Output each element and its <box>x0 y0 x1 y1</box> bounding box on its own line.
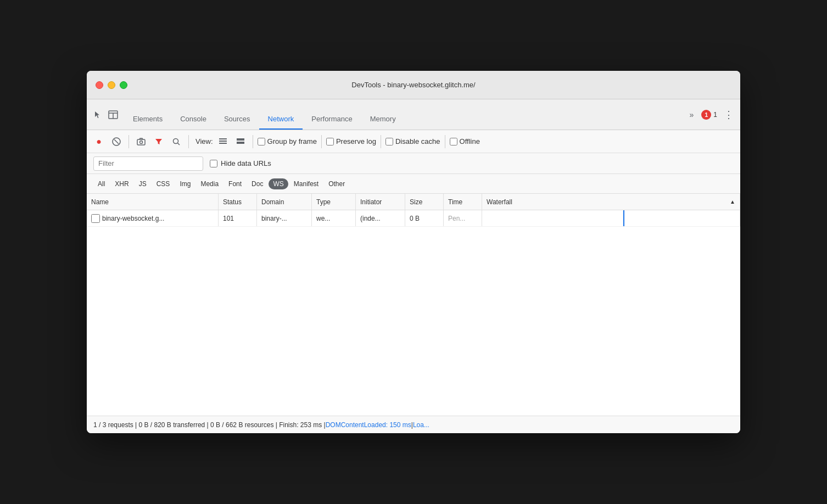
offline-checkbox[interactable] <box>450 138 457 145</box>
row-waterfall-cell <box>482 210 740 226</box>
large-view-button[interactable] <box>233 134 248 149</box>
traffic-lights <box>87 81 127 89</box>
error-count-label: 1 <box>713 111 717 119</box>
col-header-waterfall[interactable]: Waterfall ▲ <box>482 194 740 210</box>
col-header-name[interactable]: Name <box>87 194 219 210</box>
group-by-frame-label: Group by frame <box>258 137 317 145</box>
svg-point-7 <box>174 138 178 143</box>
row-time-cell: Pen... <box>444 210 482 226</box>
row-size-cell: 0 B <box>405 210 444 226</box>
status-text: 1 / 3 requests | 0 B / 820 B transferred… <box>93 421 326 429</box>
row-checkbox[interactable] <box>91 214 100 223</box>
filter-bar: Hide data URLs <box>87 153 740 174</box>
filter-input-wrap <box>93 156 203 171</box>
filter-button[interactable] <box>151 134 166 149</box>
disable-cache-checkbox[interactable] <box>385 138 393 145</box>
error-badge: 1 1 <box>701 110 717 120</box>
filter-css[interactable]: CSS <box>152 178 175 189</box>
waterfall-sort-icon: ▲ <box>730 199 735 205</box>
svg-rect-12 <box>237 138 244 141</box>
filter-ws[interactable]: WS <box>269 178 288 189</box>
col-header-domain[interactable]: Domain <box>257 194 312 210</box>
filter-manifest[interactable]: Manifest <box>289 178 323 189</box>
group-by-frame-checkbox[interactable] <box>258 138 265 145</box>
preserve-log-checkbox[interactable] <box>326 138 334 145</box>
row-status-cell: 101 <box>219 210 257 226</box>
type-filter-bar: All XHR JS CSS Img Media Font Doc WS Man… <box>87 174 740 194</box>
hide-data-urls-checkbox[interactable] <box>210 160 217 167</box>
status-bar: 1 / 3 requests | 0 B / 820 B transferred… <box>87 416 740 433</box>
row-type-cell: we... <box>312 210 356 226</box>
tab-network[interactable]: Network <box>259 109 303 130</box>
tab-performance[interactable]: Performance <box>303 109 361 130</box>
close-button[interactable] <box>96 81 103 89</box>
svg-rect-10 <box>219 141 227 142</box>
devtools-window: DevTools - binary-websocket.glitch.me/ E… <box>87 71 740 433</box>
hide-data-urls-wrap: Hide data URLs <box>210 159 271 167</box>
search-button[interactable] <box>169 134 184 149</box>
filter-other[interactable]: Other <box>324 178 349 189</box>
toolbar-divider-2 <box>188 135 189 148</box>
list-view-button[interactable] <box>215 134 231 149</box>
disable-cache-label: Disable cache <box>385 137 440 145</box>
camera-button[interactable] <box>133 134 149 149</box>
col-header-status[interactable]: Status <box>219 194 257 210</box>
table-row[interactable]: binary-websocket.g... 101 binary-... we.… <box>87 210 740 227</box>
filter-doc[interactable]: Doc <box>247 178 267 189</box>
tab-console[interactable]: Console <box>171 109 215 130</box>
more-tabs-button[interactable]: » <box>686 108 697 121</box>
toolbar-divider-1 <box>128 135 129 148</box>
filter-input[interactable] <box>93 156 203 171</box>
preserve-log-label: Preserve log <box>326 137 376 145</box>
svg-line-4 <box>114 139 119 144</box>
col-header-initiator[interactable]: Initiator <box>356 194 405 210</box>
view-label: View: <box>195 137 213 145</box>
tab-bar-right: » 1 1 ⋮ <box>682 99 740 130</box>
window-title: DevTools - binary-websocket.glitch.me/ <box>351 81 475 89</box>
filter-img[interactable]: Img <box>175 178 195 189</box>
svg-point-6 <box>140 141 143 143</box>
offline-label: Offline <box>450 137 480 145</box>
waterfall-line <box>623 210 624 226</box>
toolbar-divider-6 <box>445 135 445 148</box>
row-name-text: binary-websocket.g... <box>102 215 164 222</box>
col-header-size[interactable]: Size <box>405 194 444 210</box>
error-count: 1 <box>701 110 711 120</box>
row-name-cell: binary-websocket.g... <box>87 210 219 226</box>
clear-button[interactable] <box>109 134 124 149</box>
row-initiator-cell: (inde... <box>356 210 405 226</box>
filter-xhr[interactable]: XHR <box>110 178 133 189</box>
filter-js[interactable]: JS <box>135 178 151 189</box>
svg-line-8 <box>178 143 180 145</box>
minimize-button[interactable] <box>108 81 115 89</box>
maximize-button[interactable] <box>120 81 127 89</box>
cursor-icon[interactable] <box>91 108 104 121</box>
network-table: Name Status Domain Type Initiator Size T… <box>87 194 740 416</box>
tab-bar-left <box>87 99 124 130</box>
kebab-menu-button[interactable]: ⋮ <box>722 107 736 123</box>
waterfall-area <box>487 210 735 226</box>
tab-nav: Elements Console Sources Network Perform… <box>124 99 682 130</box>
table-header: Name Status Domain Type Initiator Size T… <box>87 194 740 210</box>
col-header-time[interactable]: Time <box>444 194 482 210</box>
toolbar-divider-3 <box>253 135 253 148</box>
col-header-type[interactable]: Type <box>312 194 356 210</box>
svg-rect-9 <box>219 138 227 139</box>
toolbar-divider-4 <box>321 135 322 148</box>
toolbar-divider-5 <box>381 135 381 148</box>
filter-all[interactable]: All <box>93 178 109 189</box>
row-domain-cell: binary-... <box>257 210 312 226</box>
svg-rect-11 <box>219 143 227 144</box>
tab-bar: Elements Console Sources Network Perform… <box>87 99 740 130</box>
tab-sources[interactable]: Sources <box>215 109 259 130</box>
filter-font[interactable]: Font <box>224 178 246 189</box>
domcontentloaded-link[interactable]: DOMContentLoaded: 150 ms <box>326 421 411 429</box>
load-link[interactable]: Loa... <box>413 421 429 429</box>
dock-icon[interactable] <box>107 108 120 121</box>
tab-memory[interactable]: Memory <box>361 109 405 130</box>
record-button[interactable]: ● <box>91 134 107 149</box>
tab-elements[interactable]: Elements <box>124 109 171 130</box>
filter-media[interactable]: Media <box>196 178 223 189</box>
svg-rect-13 <box>237 142 244 144</box>
title-bar: DevTools - binary-websocket.glitch.me/ <box>87 71 740 99</box>
